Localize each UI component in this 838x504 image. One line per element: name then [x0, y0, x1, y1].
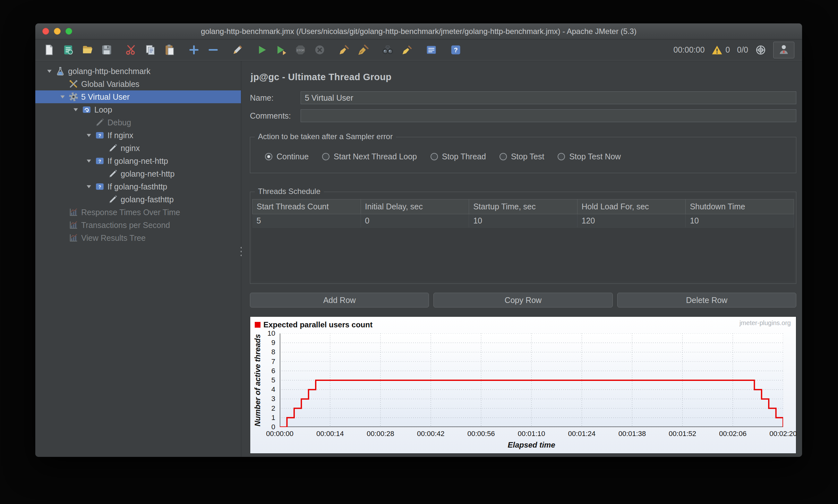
expected-users-line: [280, 380, 783, 427]
test-plan-tree: golang-http-benchmarkGlobal Variables5 V…: [35, 61, 241, 457]
tree-item-loop[interactable]: Loop: [35, 103, 241, 116]
tree-item-golang-http-benchmark[interactable]: golang-http-benchmark: [35, 65, 241, 77]
radio-label: Continue: [277, 152, 309, 161]
name-input[interactable]: [301, 91, 796, 104]
table-cell[interactable]: 5: [252, 214, 361, 228]
title-bar[interactable]: golang-http-benchmark.jmx (/Users/nicola…: [35, 23, 802, 39]
expander-icon[interactable]: [83, 129, 95, 141]
table-cell[interactable]: 10: [686, 214, 794, 228]
x-tick-label: 00:02:20: [769, 430, 797, 438]
threads-schedule-table: Start Threads CountInitial Delay, secSta…: [252, 199, 794, 282]
remove-icon[interactable]: [205, 42, 221, 58]
table-cell[interactable]: 0: [361, 214, 469, 228]
radio-label: Start Next Thread Loop: [334, 152, 417, 161]
tree-item-label: golang-net-http: [121, 169, 175, 179]
svg-text:?: ?: [99, 159, 101, 164]
radio-continue[interactable]: Continue: [265, 152, 309, 161]
tree-item-if-golang-net-http[interactable]: ?If golang-net-http: [35, 155, 241, 167]
traffic-lights: [42, 23, 72, 39]
shutdown-icon[interactable]: [311, 42, 328, 58]
y-tick-label: 8: [272, 348, 275, 356]
close-button[interactable]: [42, 28, 49, 35]
y-tick-label: 5: [272, 376, 275, 384]
tree-item-if-nginx[interactable]: ?If nginx: [35, 129, 241, 142]
y-tick-label: 7: [272, 358, 275, 366]
expander-icon[interactable]: [57, 91, 68, 103]
start-icon[interactable]: [254, 42, 270, 58]
expander-spacer: [57, 232, 68, 244]
listener-icon: [68, 233, 78, 243]
expander-spacer: [96, 194, 108, 205]
tree-item-nginx[interactable]: nginx: [35, 142, 241, 155]
copy-row-button[interactable]: Copy Row: [433, 293, 612, 307]
function-helper-icon[interactable]: [423, 42, 439, 58]
tree-item-5-virtual-user[interactable]: 5 Virtual User: [35, 90, 241, 103]
templates-icon[interactable]: [60, 42, 76, 58]
y-tick-labels: 012345678910: [265, 334, 278, 427]
window-title: golang-http-benchmark.jmx (/Users/nicola…: [201, 27, 636, 36]
help-icon[interactable]: ?: [447, 42, 464, 58]
tree-item-response-times-over-time[interactable]: Response Times Over Time: [35, 206, 241, 219]
user-button[interactable]: [773, 42, 795, 58]
new-file-icon[interactable]: [40, 42, 57, 58]
radio-label: Stop Thread: [442, 152, 486, 161]
column-header-start-threads-count: Start Threads Count: [252, 199, 361, 214]
tree-item-debug[interactable]: Debug: [35, 116, 241, 129]
tree-item-golang-fasthttp[interactable]: golang-fasthttp: [35, 193, 241, 206]
test-plan-icon: [55, 66, 66, 76]
clear-icon[interactable]: [336, 42, 352, 58]
open-file-icon[interactable]: [79, 42, 95, 58]
elapsed-timer: 00:00:00: [674, 45, 704, 54]
threads-schedule-title: Threads Schedule: [255, 187, 324, 196]
error-action-title: Action to be taken after a Sampler error: [255, 132, 396, 141]
start-no-timers-icon[interactable]: [273, 42, 290, 58]
comments-label: Comments:: [250, 111, 301, 121]
warning-icon: [712, 44, 722, 55]
cut-icon[interactable]: [123, 42, 139, 58]
name-label: Name:: [250, 93, 301, 103]
stop-icon[interactable]: STOP: [292, 42, 309, 58]
zoom-button[interactable]: [66, 28, 72, 35]
add-icon[interactable]: [186, 42, 202, 58]
listener-icon: [68, 220, 78, 230]
y-axis-title-wrap: Number of active threads: [250, 334, 265, 427]
table-cell[interactable]: 10: [469, 214, 577, 228]
radio-stop-test-now[interactable]: Stop Test Now: [558, 152, 621, 161]
expander-spacer: [57, 206, 68, 218]
toggle-icon[interactable]: [229, 42, 246, 58]
copy-icon[interactable]: [142, 42, 158, 58]
expander-icon[interactable]: [83, 181, 95, 192]
expander-icon[interactable]: [83, 155, 95, 167]
clear-search-icon[interactable]: [399, 42, 415, 58]
expander-spacer: [96, 142, 108, 154]
tree-item-if-golang-fasthttp[interactable]: ?If golang-fasthttp: [35, 180, 241, 193]
y-tick-label: 3: [272, 395, 275, 403]
log-errors-indicator[interactable]: 0: [712, 44, 730, 55]
paste-icon[interactable]: [161, 42, 178, 58]
warning-count: 0: [726, 45, 730, 54]
minimize-button[interactable]: [54, 28, 60, 35]
expander-icon[interactable]: [70, 104, 82, 115]
tree-item-transactions-per-second[interactable]: Transactions per Second: [35, 219, 241, 232]
tree-item-golang-net-http[interactable]: golang-net-http: [35, 167, 241, 180]
tree-item-view-results-tree[interactable]: View Results Tree: [35, 232, 241, 244]
error-action-group: Action to be taken after a Sampler error…: [250, 137, 796, 173]
radio-start-next-thread-loop[interactable]: Start Next Thread Loop: [322, 152, 417, 161]
add-row-button[interactable]: Add Row: [250, 293, 429, 307]
table-cell[interactable]: 120: [577, 214, 686, 228]
clear-all-icon[interactable]: [355, 42, 371, 58]
radio-stop-thread[interactable]: Stop Thread: [431, 152, 486, 161]
thread-group-icon: [68, 92, 78, 102]
tree-item-global-variables[interactable]: Global Variables: [35, 77, 241, 90]
radio-button-icon: [558, 153, 565, 160]
table-empty-area: [252, 228, 794, 282]
expander-icon[interactable]: [43, 66, 55, 77]
save-icon[interactable]: [98, 42, 115, 58]
search-icon[interactable]: [379, 42, 396, 58]
column-header-shutdown-time: Shutdown Time: [686, 199, 794, 214]
schedule-body: 501012010: [252, 214, 794, 228]
radio-stop-test[interactable]: Stop Test: [500, 152, 544, 161]
comments-input[interactable]: [301, 109, 796, 122]
user-icon: [778, 43, 790, 57]
delete-row-button[interactable]: Delete Row: [617, 293, 796, 307]
